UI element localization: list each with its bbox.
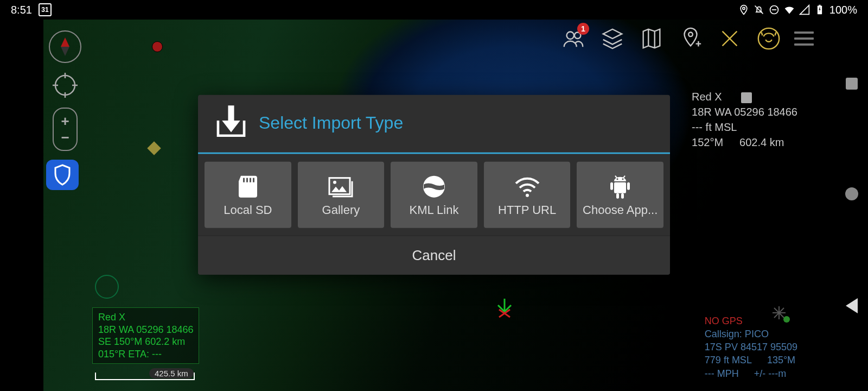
svg-rect-4 — [819, 5, 820, 6]
signal-icon — [799, 4, 810, 15]
svg-line-26 — [623, 176, 625, 178]
layers-button[interactable] — [599, 25, 626, 52]
option-label: Local SD — [224, 203, 272, 217]
gps-speed: --- MPH — [705, 367, 739, 380]
svg-point-9 — [55, 75, 75, 95]
dialog-title: Select Import Type — [259, 112, 403, 133]
side-alt: --- ft MSL — [692, 119, 797, 135]
side-info-panel: Red X 18R WA 05296 18466 --- ft MSL 152°… — [692, 89, 797, 150]
side-mgrs: 18R WA 05296 18466 — [692, 104, 797, 119]
svg-point-5 — [567, 32, 574, 39]
compass-button[interactable] — [49, 30, 81, 63]
zoom-in-button[interactable]: + — [61, 113, 69, 129]
kml-earth-icon — [419, 174, 449, 200]
side-distance: 602.4 km — [739, 135, 784, 150]
gps-bearing: 135°M — [767, 354, 795, 367]
target-name: Red X — [98, 311, 193, 324]
status-time: 8:51 — [11, 4, 32, 16]
contacts-badge: 1 — [577, 23, 589, 35]
svg-point-24 — [622, 178, 624, 180]
import-local-sd-button[interactable]: Local SD — [205, 162, 291, 228]
maps-button[interactable] — [638, 25, 665, 52]
back-button[interactable] — [846, 298, 858, 313]
left-tool-column: + − — [49, 30, 81, 190]
dnd-icon — [769, 4, 780, 15]
zoom-out-button[interactable]: − — [61, 129, 69, 146]
svg-rect-15 — [246, 178, 248, 182]
svg-point-0 — [743, 7, 745, 9]
import-http-button[interactable]: HTTP URL — [484, 162, 571, 228]
import-kml-button[interactable]: KML Link — [391, 162, 477, 228]
svg-point-19 — [333, 181, 336, 184]
location-icon — [738, 4, 749, 15]
zoom-control: + − — [53, 108, 78, 151]
svg-point-7 — [688, 33, 693, 37]
dog-button[interactable] — [755, 25, 782, 52]
menu-button[interactable] — [794, 31, 814, 46]
calendar-icon: 31 — [39, 3, 52, 16]
target-mgrs: 18R WA 05296 18466 — [98, 324, 193, 336]
target-eta: 015°R ETA: --- — [98, 348, 193, 361]
main-toolbar: 1 — [560, 25, 814, 52]
cancel-button[interactable]: Cancel — [198, 236, 670, 275]
contacts-button[interactable]: 1 — [560, 25, 587, 52]
battery-percent: 100% — [829, 4, 857, 16]
svg-point-21 — [526, 194, 529, 197]
side-bearing: 152°M — [692, 135, 723, 150]
svg-rect-27 — [610, 182, 613, 190]
crosshair-button[interactable] — [52, 72, 79, 99]
svg-rect-30 — [621, 193, 624, 199]
dog-marker[interactable] — [95, 275, 119, 299]
svg-rect-28 — [627, 182, 630, 190]
svg-rect-17 — [253, 178, 254, 182]
gps-mgrs: 17S PV 84517 95509 — [705, 340, 797, 354]
svg-point-8 — [758, 28, 779, 49]
side-title: Red X — [692, 91, 722, 103]
close-x-button[interactable] — [716, 25, 743, 52]
target-info-box[interactable]: Red X 18R WA 05296 18466 SE 150°M 602.2 … — [92, 307, 199, 364]
sd-card-icon — [233, 174, 263, 200]
import-type-dialog: Select Import Type Local SD Gallery KML … — [198, 95, 670, 275]
stop-icon[interactable] — [741, 92, 752, 103]
android-status-bar: 8:51 31 100% — [0, 0, 868, 20]
svg-rect-16 — [250, 178, 251, 182]
gallery-icon — [326, 174, 355, 200]
import-choose-app-button[interactable]: Choose App... — [577, 162, 663, 228]
import-icon — [211, 103, 251, 143]
scale-label: 425.5 km — [149, 368, 194, 379]
gps-status-text: NO GPS — [705, 314, 797, 327]
option-label: KML Link — [410, 203, 459, 217]
red-x-marker[interactable] — [494, 297, 515, 320]
svg-point-23 — [617, 178, 618, 180]
option-label: HTTP URL — [498, 203, 556, 217]
wifi-icon — [784, 4, 795, 15]
gps-alt: 779 ft MSL — [705, 354, 752, 367]
mute-bell-icon — [754, 4, 764, 15]
shield-plugin-button[interactable] — [46, 160, 79, 190]
svg-line-25 — [615, 176, 617, 178]
tl-marker[interactable] — [152, 41, 163, 52]
android-icon — [605, 174, 635, 200]
target-bearing-dist: SE 150°M 602.2 km — [98, 336, 193, 348]
battery-icon — [814, 4, 825, 15]
gps-status-box[interactable]: NO GPS Callsign: PICO 17S PV 84517 95509… — [705, 314, 797, 380]
recent-apps-button[interactable] — [846, 78, 858, 90]
add-point-button[interactable] — [677, 25, 704, 52]
home-button[interactable] — [845, 187, 858, 200]
system-nav — [845, 78, 858, 313]
option-label: Gallery — [322, 203, 360, 217]
svg-rect-29 — [616, 193, 619, 199]
wifi-icon — [513, 174, 542, 200]
map-scale: 425.5 km — [95, 373, 195, 380]
svg-rect-22 — [614, 182, 626, 193]
option-label: Choose App... — [583, 203, 658, 217]
svg-rect-14 — [243, 178, 245, 182]
gps-callsign: Callsign: PICO — [705, 327, 797, 340]
import-gallery-button[interactable]: Gallery — [298, 162, 385, 228]
gps-accuracy: +/- ---m — [754, 367, 786, 380]
